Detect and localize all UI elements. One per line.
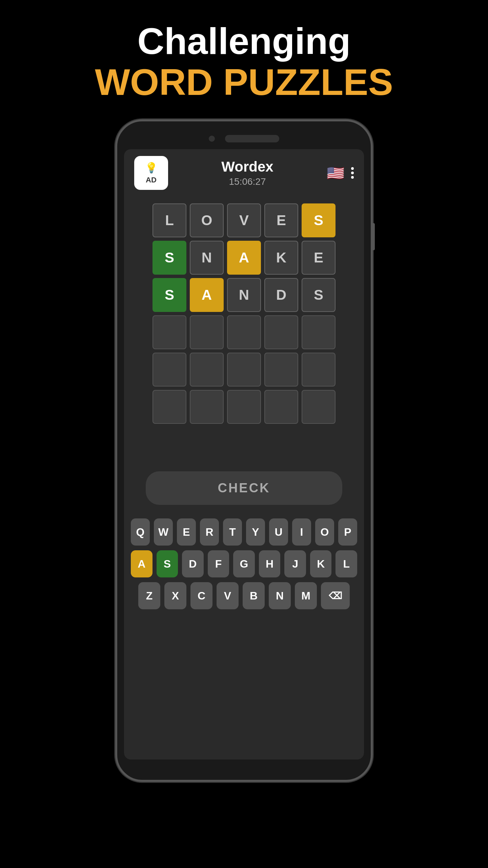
app-content: 💡 AD Wordex 15:06:27 🇺🇸 LOVESSNAKESANDS — [124, 149, 364, 760]
keyboard-key-l[interactable]: L — [336, 550, 357, 577]
ad-label: AD — [146, 176, 157, 184]
grid-cell — [302, 315, 336, 349]
grid-row: LOVES — [138, 203, 350, 237]
header-title-line2: WORD PUZZLES — [0, 61, 488, 102]
keyboard-key-p[interactable]: P — [338, 518, 357, 546]
grid-row — [138, 390, 350, 424]
keyboard-key-h[interactable]: H — [259, 550, 281, 577]
keyboard-key-g[interactable]: G — [233, 550, 255, 577]
phone-top-bar — [117, 135, 371, 142]
header-title-line1: Challenging — [0, 20, 488, 61]
grid-cell — [152, 390, 186, 424]
keyboard-key-j[interactable]: J — [284, 550, 306, 577]
keyboard-key-z[interactable]: Z — [138, 582, 160, 609]
grid-cell: E — [264, 203, 298, 237]
keyboard-key-b[interactable]: B — [243, 582, 265, 609]
bulb-icon: 💡 — [145, 162, 158, 174]
phone-frame: 💡 AD Wordex 15:06:27 🇺🇸 LOVESSNAKESANDS — [115, 119, 373, 782]
keyboard-key-o[interactable]: O — [315, 518, 334, 546]
grid-cell: S — [152, 278, 186, 312]
grid-cell: D — [264, 278, 298, 312]
flag-icon: 🇺🇸 — [327, 165, 344, 181]
keyboard-key-q[interactable]: Q — [131, 518, 150, 546]
keyboard-key-f[interactable]: F — [208, 550, 229, 577]
grid-cell — [264, 390, 298, 424]
grid-cell — [152, 353, 186, 387]
grid-cell — [264, 353, 298, 387]
check-button[interactable]: CHECK — [146, 471, 342, 505]
grid-cell — [227, 315, 261, 349]
keyboard-key-x[interactable]: X — [164, 582, 186, 609]
grid-cell: V — [227, 203, 261, 237]
grid-cell: N — [190, 241, 224, 275]
camera-dot — [209, 136, 215, 142]
grid-cell — [264, 315, 298, 349]
keyboard-key-⌫[interactable]: ⌫ — [321, 582, 350, 609]
keyboard-key-v[interactable]: V — [217, 582, 239, 609]
keyboard-row: ZXCVBNM⌫ — [131, 582, 357, 609]
keyboard-key-m[interactable]: M — [295, 582, 317, 609]
speaker-bar — [225, 135, 279, 142]
grid-cell: S — [302, 203, 336, 237]
grid-cell: S — [152, 241, 186, 275]
keyboard-section: QWERTYUIOPASDFGHJKLZXCVBNM⌫ — [124, 512, 364, 624]
grid-cell: L — [152, 203, 186, 237]
keyboard-key-c[interactable]: C — [190, 582, 212, 609]
keyboard-key-a[interactable]: A — [131, 550, 152, 577]
grid-row — [138, 315, 350, 349]
keyboard-key-e[interactable]: E — [177, 518, 196, 546]
app-title-section: Wordex 15:06:27 — [221, 159, 273, 187]
grid-cell — [190, 353, 224, 387]
keyboard-key-u[interactable]: U — [269, 518, 288, 546]
keyboard-key-i[interactable]: I — [292, 518, 311, 546]
app-header-right: 🇺🇸 — [327, 165, 354, 181]
keyboard-row: QWERTYUIOP — [131, 518, 357, 546]
keyboard-key-t[interactable]: T — [223, 518, 242, 546]
keyboard-key-y[interactable]: Y — [246, 518, 265, 546]
grid-cell — [302, 353, 336, 387]
menu-button[interactable] — [351, 167, 354, 179]
keyboard-key-k[interactable]: K — [310, 550, 332, 577]
grid-cell: S — [302, 278, 336, 312]
keyboard-key-r[interactable]: R — [200, 518, 219, 546]
game-grid: LOVESSNAKESANDS — [124, 197, 364, 431]
grid-cell: A — [227, 241, 261, 275]
keyboard-key-d[interactable]: D — [182, 550, 204, 577]
grid-row: SANDS — [138, 278, 350, 312]
grid-cell: E — [302, 241, 336, 275]
grid-cell — [190, 390, 224, 424]
keyboard-row: ASDFGHJKL — [131, 550, 357, 577]
header-section: Challenging WORD PUZZLES — [0, 0, 488, 116]
ad-button[interactable]: 💡 AD — [134, 156, 168, 190]
grid-cell — [227, 353, 261, 387]
grid-cell — [302, 390, 336, 424]
keyboard-key-w[interactable]: W — [154, 518, 173, 546]
app-title: Wordex — [221, 159, 273, 175]
grid-cell — [227, 390, 261, 424]
grid-cell — [152, 315, 186, 349]
check-section: CHECK — [124, 458, 364, 512]
app-header: 💡 AD Wordex 15:06:27 🇺🇸 — [124, 149, 364, 197]
grid-cell — [190, 315, 224, 349]
keyboard-key-n[interactable]: N — [269, 582, 291, 609]
grid-cell: O — [190, 203, 224, 237]
grid-row: SNAKE — [138, 241, 350, 275]
app-timer: 15:06:27 — [221, 176, 273, 187]
grid-cell: A — [190, 278, 224, 312]
keyboard-key-s[interactable]: S — [157, 550, 178, 577]
grid-row — [138, 353, 350, 387]
grid-cell: N — [227, 278, 261, 312]
grid-cell: K — [264, 241, 298, 275]
